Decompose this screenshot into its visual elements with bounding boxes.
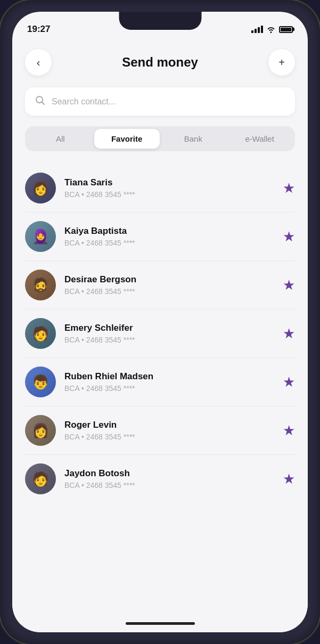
page-header: ‹ Send money + xyxy=(25,39,295,87)
avatar-image: 👩 xyxy=(32,422,49,439)
favorite-star-icon[interactable]: ★ xyxy=(283,374,295,390)
contact-name: Roger Levin xyxy=(64,420,276,430)
contact-name: Tiana Saris xyxy=(64,177,276,188)
phone-inner: 19:27 xyxy=(12,12,308,632)
contact-bank: BCA • 2468 3545 **** xyxy=(64,336,276,344)
avatar-image: 🧑 xyxy=(32,471,49,487)
favorite-star-icon[interactable]: ★ xyxy=(283,277,295,294)
main-content: ‹ Send money + Search contact... xyxy=(12,39,308,614)
contact-item[interactable]: 👩 Tiana Saris BCA • 2468 3545 **** ★ xyxy=(25,164,295,213)
contact-item[interactable]: 🧑 Jaydon Botosh BCA • 2468 3545 **** ★ xyxy=(25,455,295,503)
avatar: 🧑 xyxy=(25,463,56,494)
contact-info: Emery Schleifer BCA • 2468 3545 **** xyxy=(64,323,276,344)
tab-favorite[interactable]: Favorite xyxy=(94,129,160,149)
avatar: 👩 xyxy=(25,415,56,446)
page-title: Send money xyxy=(122,55,198,70)
avatar: 🧑 xyxy=(25,318,56,349)
contact-item[interactable]: 🧑 Emery Schleifer BCA • 2468 3545 **** ★ xyxy=(25,309,295,358)
avatar: 🧔 xyxy=(25,270,56,300)
status-icons xyxy=(251,26,293,33)
home-indicator xyxy=(12,614,308,632)
search-icon xyxy=(35,95,45,108)
contact-info: Desirae Bergson BCA • 2468 3545 **** xyxy=(64,274,276,296)
signal-bar-3 xyxy=(258,27,260,33)
svg-line-1 xyxy=(42,102,45,105)
avatar: 🧕 xyxy=(25,221,56,252)
signal-bar-2 xyxy=(255,29,257,33)
contact-bank: BCA • 2468 3545 **** xyxy=(64,190,276,199)
home-bar xyxy=(126,622,195,625)
filter-tabs: All Favorite Bank e-Wallet xyxy=(25,126,295,151)
contact-bank: BCA • 2468 3545 **** xyxy=(64,239,276,247)
contact-name: Jaydon Botosh xyxy=(64,468,276,479)
search-bar[interactable]: Search contact... xyxy=(25,87,295,116)
contact-item[interactable]: 👩 Roger Levin BCA • 2468 3545 **** ★ xyxy=(25,406,295,455)
contact-bank: BCA • 2468 3545 **** xyxy=(64,481,276,490)
avatar: 👦 xyxy=(25,366,56,397)
add-button[interactable]: + xyxy=(268,49,295,76)
favorite-star-icon[interactable]: ★ xyxy=(283,471,295,487)
contact-info: Tiana Saris BCA • 2468 3545 **** xyxy=(64,177,276,199)
contact-item[interactable]: 🧕 Kaiya Baptista BCA • 2468 3545 **** ★ xyxy=(25,213,295,261)
favorite-star-icon[interactable]: ★ xyxy=(283,325,295,342)
back-button[interactable]: ‹ xyxy=(25,49,52,76)
contact-bank: BCA • 2468 3545 **** xyxy=(64,433,276,441)
status-time: 19:27 xyxy=(27,24,50,35)
signal-bars-icon xyxy=(251,26,263,33)
contact-name: Desirae Bergson xyxy=(64,274,276,285)
contact-name: Kaiya Baptista xyxy=(64,226,276,237)
contact-info: Roger Levin BCA • 2468 3545 **** xyxy=(64,420,276,441)
contact-item[interactable]: 👦 Ruben Rhiel Madsen BCA • 2468 3545 ***… xyxy=(25,358,295,406)
tab-bank[interactable]: Bank xyxy=(161,129,226,149)
signal-bar-4 xyxy=(261,26,263,33)
contact-info: Ruben Rhiel Madsen BCA • 2468 3545 **** xyxy=(64,371,276,393)
avatar-image: 👩 xyxy=(32,180,49,197)
favorite-star-icon[interactable]: ★ xyxy=(283,229,295,245)
phone-screen: 19:27 xyxy=(12,12,308,632)
contact-info: Jaydon Botosh BCA • 2468 3545 **** xyxy=(64,468,276,490)
contact-bank: BCA • 2468 3545 **** xyxy=(64,384,276,393)
phone-frame: 19:27 xyxy=(0,0,320,644)
avatar: 👩 xyxy=(25,173,56,203)
favorite-star-icon[interactable]: ★ xyxy=(283,422,295,439)
contact-name: Emery Schleifer xyxy=(64,323,276,333)
battery-fill xyxy=(281,28,291,31)
avatar-image: 👦 xyxy=(32,374,49,390)
avatar-image: 🧔 xyxy=(32,277,49,294)
tab-all[interactable]: All xyxy=(28,129,93,149)
avatar-image: 🧕 xyxy=(32,229,49,245)
contact-item[interactable]: 🧔 Desirae Bergson BCA • 2468 3545 **** ★ xyxy=(25,261,295,309)
contact-bank: BCA • 2468 3545 **** xyxy=(64,287,276,296)
tab-ewallet[interactable]: e-Wallet xyxy=(227,129,292,149)
contact-name: Ruben Rhiel Madsen xyxy=(64,371,276,382)
battery-icon xyxy=(279,26,293,33)
signal-bar-1 xyxy=(251,30,253,33)
wifi-icon xyxy=(266,26,276,33)
contact-list: 👩 Tiana Saris BCA • 2468 3545 **** ★ 🧕 xyxy=(25,164,295,503)
contact-info: Kaiya Baptista BCA • 2468 3545 **** xyxy=(64,226,276,247)
search-placeholder: Search contact... xyxy=(52,97,116,107)
avatar-image: 🧑 xyxy=(32,325,49,342)
notch xyxy=(119,12,201,30)
favorite-star-icon[interactable]: ★ xyxy=(283,180,295,197)
